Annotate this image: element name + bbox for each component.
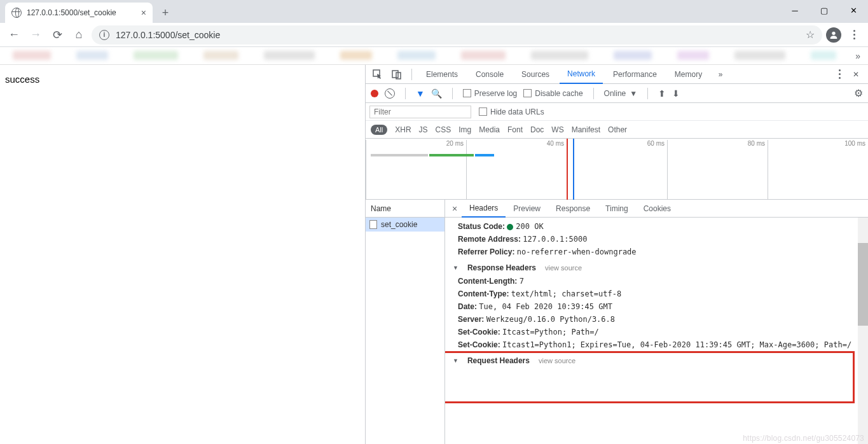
type-other[interactable]: Other [608, 125, 627, 134]
home-button[interactable]: ⌂ [70, 26, 88, 44]
detail-tab-headers[interactable]: Headers [462, 200, 506, 218]
tab-sources[interactable]: Sources [514, 65, 557, 84]
request-type-filter: All XHR JS CSS Img Media Font Doc WS Man… [366, 121, 868, 139]
detail-tab-timing[interactable]: Timing [598, 200, 636, 218]
headers-pane[interactable]: Status Code: 200 OK Remote Address: 127.… [445, 218, 868, 444]
status-ok-icon [507, 224, 513, 230]
profile-avatar[interactable] [826, 27, 841, 43]
request-item[interactable]: set_cookie [366, 218, 444, 232]
hide-data-urls-checkbox[interactable]: Hide data URLs [479, 108, 544, 116]
tab-memory[interactable]: Memory [667, 65, 710, 84]
device-toggle-icon[interactable] [389, 66, 405, 83]
type-xhr[interactable]: XHR [395, 125, 411, 134]
maximize-button[interactable]: ▢ [809, 0, 839, 20]
type-css[interactable]: CSS [436, 125, 451, 134]
svg-rect-2 [392, 71, 398, 78]
back-button[interactable]: ← [5, 26, 23, 44]
type-js[interactable]: JS [419, 125, 428, 134]
inspect-element-icon[interactable] [369, 66, 386, 83]
close-window-button[interactable]: ✕ [839, 0, 868, 20]
svg-point-0 [832, 31, 835, 34]
globe-icon [11, 8, 22, 18]
devtools-panel: Elements Console Sources Network Perform… [365, 65, 868, 444]
network-timeline[interactable]: 20 ms 40 ms 60 ms 80 ms 100 ms [366, 139, 868, 200]
request-list-header[interactable]: Name [366, 200, 444, 218]
page-text: success [5, 74, 39, 85]
throttle-select[interactable]: Online▼ [604, 89, 638, 98]
new-tab-button[interactable]: + [156, 4, 174, 22]
page-content: success [0, 65, 365, 444]
site-info-icon[interactable]: i [99, 30, 109, 40]
filter-input[interactable] [369, 106, 471, 118]
view-source-link-2[interactable]: view source [539, 357, 575, 364]
bookmarks-bar: » [0, 47, 868, 65]
request-detail: × Headers Preview Response Timing Cookie… [445, 200, 868, 444]
tab-bar: 127.0.0.1:5000/set_cookie × + ─ ▢ ✕ [0, 0, 868, 23]
close-detail-icon[interactable]: × [448, 204, 462, 214]
type-media[interactable]: Media [479, 125, 500, 134]
view-source-link[interactable]: view source [545, 264, 582, 272]
network-settings-icon[interactable]: ⚙ [854, 87, 863, 99]
minimize-button[interactable]: ─ [780, 0, 809, 20]
request-headers-section[interactable]: Request Headers view source [451, 351, 868, 368]
tab-elements[interactable]: Elements [418, 65, 465, 84]
close-tab-icon[interactable]: × [141, 8, 146, 18]
address-bar[interactable]: i 127.0.0.1:5000/set_cookie ☆ [92, 25, 822, 45]
filter-toggle-icon[interactable]: ▼ [416, 88, 425, 99]
devtools-menu-icon[interactable] [831, 66, 848, 83]
disable-cache-checkbox[interactable]: Disable cache [523, 89, 582, 98]
clear-button[interactable] [385, 88, 395, 99]
search-icon[interactable]: 🔍 [431, 88, 442, 99]
request-list: Name set_cookie [366, 200, 445, 444]
tab-network[interactable]: Network [560, 65, 603, 84]
type-doc[interactable]: Doc [530, 125, 544, 134]
detail-tab-cookies[interactable]: Cookies [636, 200, 679, 218]
tabs-overflow-icon[interactable]: » [712, 66, 729, 83]
browser-menu-button[interactable] [845, 26, 863, 44]
reload-button[interactable]: ⟳ [48, 26, 66, 44]
record-button[interactable] [371, 90, 378, 97]
preserve-log-checkbox[interactable]: Preserve log [463, 89, 517, 98]
type-font[interactable]: Font [507, 125, 523, 134]
type-img[interactable]: Img [458, 125, 471, 134]
bookmarks-overflow-icon[interactable]: » [855, 51, 860, 61]
type-manifest[interactable]: Manifest [572, 125, 600, 134]
tab-console[interactable]: Console [468, 65, 511, 84]
type-all[interactable]: All [371, 125, 387, 135]
detail-tab-response[interactable]: Response [548, 200, 598, 218]
tab-performance[interactable]: Performance [605, 65, 665, 84]
browser-tab[interactable]: 127.0.0.1:5000/set_cookie × [5, 3, 153, 23]
type-ws[interactable]: WS [551, 125, 563, 134]
devtools-close-icon[interactable]: ✕ [848, 66, 864, 83]
tab-title: 127.0.0.1:5000/set_cookie [27, 8, 136, 17]
bookmark-star-icon[interactable]: ☆ [806, 29, 815, 41]
document-icon [369, 220, 377, 229]
detail-tab-preview[interactable]: Preview [506, 200, 548, 218]
upload-har-icon[interactable]: ⬆ [658, 88, 666, 99]
watermark-text: https://blog.csdn.net/gu305524073 [743, 434, 864, 443]
forward-button[interactable]: → [27, 26, 45, 44]
scrollbar-thumb[interactable] [858, 243, 868, 326]
url-text: 127.0.0.1:5000/set_cookie [116, 30, 799, 40]
response-headers-section[interactable]: Response Headers view source [451, 258, 868, 275]
download-har-icon[interactable]: ⬇ [672, 88, 680, 99]
toolbar: ← → ⟳ ⌂ i 127.0.0.1:5000/set_cookie ☆ [0, 23, 868, 47]
